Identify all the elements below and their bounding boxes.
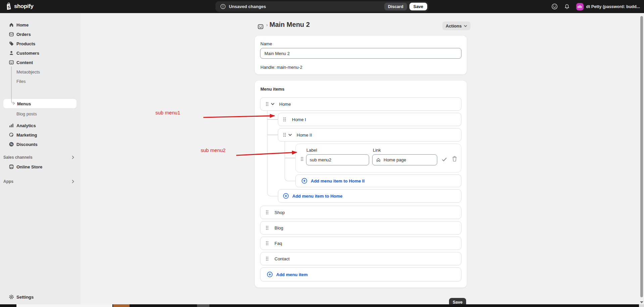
unsaved-changes-bar: Unsaved changes Discard Save bbox=[215, 1, 429, 12]
sidebar-item-customers[interactable]: Customers bbox=[3, 48, 78, 58]
menu-row-contact[interactable]: Contact bbox=[260, 252, 461, 265]
page-title: Main Menu 2 bbox=[269, 21, 310, 29]
tree-stub-home2 bbox=[267, 135, 278, 135]
discard-button[interactable]: Discard bbox=[384, 3, 407, 10]
scrollbar-thumb[interactable] bbox=[640, 16, 643, 297]
shopify-logo[interactable]: S shopify bbox=[5, 2, 34, 10]
person-icon bbox=[9, 50, 14, 56]
sidebar-item-files[interactable]: Files bbox=[3, 77, 78, 86]
drag-handle-icon[interactable] bbox=[282, 116, 288, 123]
sidebar-item-discounts[interactable]: % Discounts bbox=[3, 140, 78, 149]
shopify-bag-icon: S bbox=[5, 2, 12, 10]
orders-icon bbox=[9, 32, 14, 37]
avatar: db bbox=[576, 3, 584, 10]
taskbar-strip bbox=[0, 304, 644, 307]
taskbar-corner-segment bbox=[639, 304, 644, 307]
discount-badge-icon: % bbox=[9, 142, 14, 147]
drag-handle-icon[interactable] bbox=[299, 155, 305, 163]
annotation-sub-menu2: sub menu2 bbox=[201, 147, 226, 153]
tree-connector-home bbox=[267, 111, 278, 196]
sidebar-item-products[interactable]: Products bbox=[3, 39, 78, 48]
menu-item-edit-panel: Label Link Home page bbox=[295, 144, 461, 172]
sidebar-item-metaobjects[interactable]: Metaobjects bbox=[3, 67, 78, 76]
taskbar-orange-segment bbox=[113, 304, 130, 307]
circle-plus-icon bbox=[301, 178, 307, 184]
menu-name-input[interactable] bbox=[260, 48, 461, 59]
drag-handle-icon[interactable] bbox=[264, 100, 270, 108]
chevron-right-icon bbox=[71, 180, 74, 184]
chevron-right-icon bbox=[71, 155, 74, 159]
menu-items-card: Menu items Home Home I Home II Label bbox=[255, 81, 467, 288]
menu-handle-text: Handle: main-menu-2 bbox=[260, 65, 302, 70]
chevron-down-icon bbox=[464, 25, 467, 27]
account-name: dt Petty (password: budd... bbox=[586, 4, 640, 9]
tag-icon bbox=[9, 41, 14, 46]
topbar-right: db dt Petty (password: budd... bbox=[551, 0, 640, 13]
menu-items-title: Menu items bbox=[260, 87, 285, 92]
add-menu-item-home2-button[interactable]: Add menu item to Home II bbox=[295, 174, 461, 187]
tree-connector-home2 bbox=[285, 142, 296, 181]
shopify-wordmark: shopify bbox=[14, 3, 34, 10]
label-input[interactable] bbox=[306, 154, 369, 165]
menu-row-faq[interactable]: Faq bbox=[260, 237, 461, 250]
sidebar-section-sales-channels[interactable]: Sales channels bbox=[3, 153, 77, 161]
drag-handle-icon[interactable] bbox=[264, 209, 270, 216]
collapse-toggle-icon[interactable] bbox=[288, 133, 293, 137]
circle-plus-icon bbox=[283, 193, 289, 199]
analytics-icon bbox=[9, 123, 14, 128]
name-card: Name Handle: main-menu-2 bbox=[255, 36, 467, 74]
topbar: S shopify Unsaved changes Discard Save d… bbox=[0, 0, 644, 13]
annotation-sub-menu1: sub menu1 bbox=[155, 110, 180, 115]
link-selector[interactable]: Home page bbox=[372, 154, 437, 165]
sidebar: Home Orders Products Customers Content M… bbox=[0, 13, 81, 304]
collapse-toggle-icon[interactable] bbox=[270, 102, 275, 106]
sidebar-item-marketing[interactable]: Marketing bbox=[3, 130, 78, 140]
drag-handle-icon[interactable] bbox=[264, 240, 270, 247]
sidebar-item-orders[interactable]: Orders bbox=[3, 30, 78, 39]
add-menu-item-home-button[interactable]: Add menu item to Home bbox=[278, 189, 461, 203]
sidebar-item-online-store[interactable]: Online Store bbox=[3, 162, 78, 171]
home-page-icon bbox=[376, 157, 381, 162]
drag-handle-icon[interactable] bbox=[264, 255, 270, 262]
breadcrumb-content-icon[interactable] bbox=[257, 23, 264, 30]
actions-button[interactable]: Actions bbox=[442, 21, 470, 30]
add-menu-item-button[interactable]: Add menu item bbox=[260, 267, 461, 282]
shopify-admin-screen: S shopify Unsaved changes Discard Save d… bbox=[0, 0, 644, 307]
sidebar-item-blog-posts[interactable]: Blog posts bbox=[3, 109, 78, 118]
confirm-check-icon[interactable] bbox=[441, 157, 447, 162]
alert-circle-icon bbox=[220, 4, 226, 9]
sidebar-item-content[interactable]: Content bbox=[3, 58, 78, 67]
menu-row-home1[interactable]: Home I bbox=[278, 113, 461, 126]
menu-row-blog[interactable]: Blog bbox=[260, 221, 461, 235]
storefront-icon bbox=[9, 164, 14, 169]
drag-handle-icon[interactable] bbox=[282, 131, 288, 139]
sidebar-item-settings[interactable]: Settings bbox=[3, 292, 78, 302]
scrollbar-down-arrow[interactable] bbox=[640, 301, 643, 303]
menu-row-shop[interactable]: Shop bbox=[260, 206, 461, 219]
name-field-label: Name bbox=[260, 41, 272, 46]
save-button-top[interactable]: Save bbox=[409, 3, 427, 10]
menu-row-home2[interactable]: Home II bbox=[278, 128, 461, 142]
gear-icon bbox=[9, 294, 14, 300]
menu-row-home[interactable]: Home bbox=[260, 97, 461, 111]
home-icon bbox=[9, 22, 14, 28]
drag-handle-icon[interactable] bbox=[264, 224, 270, 232]
notifications-bell-icon[interactable] bbox=[564, 4, 570, 10]
store-preview-icon[interactable] bbox=[551, 3, 558, 10]
sidebar-section-apps[interactable]: Apps bbox=[3, 177, 77, 186]
tree-stub-edit bbox=[285, 158, 295, 158]
sidebar-item-home[interactable]: Home bbox=[3, 20, 78, 30]
svg-text:%: % bbox=[10, 143, 13, 146]
delete-trash-icon[interactable] bbox=[452, 156, 457, 162]
link-heading: Link bbox=[373, 148, 381, 153]
taskbar-gray-segment bbox=[197, 304, 209, 307]
label-heading: Label bbox=[306, 148, 317, 153]
circle-plus-icon bbox=[267, 271, 273, 277]
breadcrumb-separator: › bbox=[266, 22, 268, 28]
account-menu[interactable]: db dt Petty (password: budd... bbox=[576, 3, 640, 10]
taskbar-window-segment bbox=[16, 304, 112, 307]
content-icon bbox=[9, 60, 14, 65]
marketing-icon bbox=[9, 132, 14, 138]
sidebar-item-menus[interactable]: Menus bbox=[3, 99, 77, 108]
sidebar-item-analytics[interactable]: Analytics bbox=[3, 121, 78, 130]
